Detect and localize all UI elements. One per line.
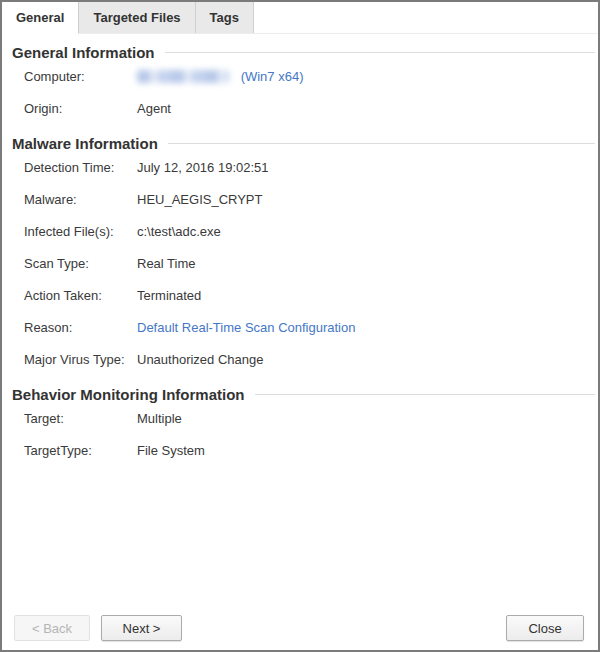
section-title: Behavior Monitoring Information xyxy=(12,386,245,403)
tab-tags[interactable]: Tags xyxy=(196,2,254,33)
malware-value: HEU_AEGIS_CRYPT xyxy=(137,192,598,208)
behavior-monitoring-rows: Target: Multiple TargetType: File System xyxy=(12,411,598,459)
row-major-virus-type: Major Virus Type: Unauthorized Change xyxy=(12,352,598,368)
section-header-malware-information: Malware Information xyxy=(12,133,598,153)
target-label: Target: xyxy=(24,411,137,427)
reason-value: Default Real-Time Scan Configuration xyxy=(137,320,598,336)
close-button[interactable]: Close xyxy=(506,615,584,641)
action-taken-label: Action Taken: xyxy=(24,288,137,304)
reason-label: Reason: xyxy=(24,320,137,336)
detection-time-label: Detection Time: xyxy=(24,160,137,176)
computer-os-link[interactable]: (Win7 x64) xyxy=(241,69,304,84)
general-tab-content: General Information Computer: (Win7 x64)… xyxy=(2,34,598,459)
target-value: Multiple xyxy=(137,411,598,427)
row-reason: Reason: Default Real-Time Scan Configura… xyxy=(12,320,598,336)
section-title: General Information xyxy=(12,44,155,61)
malware-information-rows: Detection Time: July 12, 2016 19:02:51 M… xyxy=(12,160,598,368)
section-header-general-information: General Information xyxy=(12,42,598,62)
section-divider-line xyxy=(168,143,595,144)
row-origin: Origin: Agent xyxy=(12,101,598,117)
infected-files-label: Infected File(s): xyxy=(24,224,137,240)
row-detection-time: Detection Time: July 12, 2016 19:02:51 xyxy=(12,160,598,176)
computer-name-redacted[interactable] xyxy=(137,70,229,83)
row-scan-type: Scan Type: Real Time xyxy=(12,256,598,272)
action-taken-value: Terminated xyxy=(137,288,598,304)
computer-label: Computer: xyxy=(24,69,137,85)
row-target: Target: Multiple xyxy=(12,411,598,427)
row-target-type: TargetType: File System xyxy=(12,443,598,459)
scan-type-label: Scan Type: xyxy=(24,256,137,272)
scan-type-value: Real Time xyxy=(137,256,598,272)
computer-value: (Win7 x64) xyxy=(137,69,598,85)
tab-bar: General Targeted Files Tags xyxy=(2,2,598,34)
malware-label: Malware: xyxy=(24,192,137,208)
target-type-label: TargetType: xyxy=(24,443,137,459)
section-header-behavior-monitoring: Behavior Monitoring Information xyxy=(12,384,598,404)
back-button[interactable]: < Back xyxy=(14,615,90,641)
section-divider-line xyxy=(255,394,596,395)
malware-detail-dialog: General Targeted Files Tags General Info… xyxy=(0,0,600,652)
tab-bar-filler xyxy=(254,2,598,33)
origin-value: Agent xyxy=(137,101,598,117)
tab-general[interactable]: General xyxy=(2,2,79,34)
row-action-taken: Action Taken: Terminated xyxy=(12,288,598,304)
tab-targeted-files[interactable]: Targeted Files xyxy=(79,2,195,33)
detection-time-value: July 12, 2016 19:02:51 xyxy=(137,160,598,176)
infected-files-value: c:\test\adc.exe xyxy=(137,224,598,240)
row-computer: Computer: (Win7 x64) xyxy=(12,69,598,85)
section-title: Malware Information xyxy=(12,135,158,152)
next-button[interactable]: Next > xyxy=(101,615,182,641)
section-divider-line xyxy=(165,52,595,53)
target-type-value: File System xyxy=(137,443,598,459)
major-virus-type-label: Major Virus Type: xyxy=(24,352,137,368)
origin-label: Origin: xyxy=(24,101,137,117)
general-information-rows: Computer: (Win7 x64) Origin: Agent xyxy=(12,69,598,117)
reason-link[interactable]: Default Real-Time Scan Configuration xyxy=(137,320,355,335)
major-virus-type-value: Unauthorized Change xyxy=(137,352,598,368)
row-infected-files: Infected File(s): c:\test\adc.exe xyxy=(12,224,598,240)
row-malware: Malware: HEU_AEGIS_CRYPT xyxy=(12,192,598,208)
